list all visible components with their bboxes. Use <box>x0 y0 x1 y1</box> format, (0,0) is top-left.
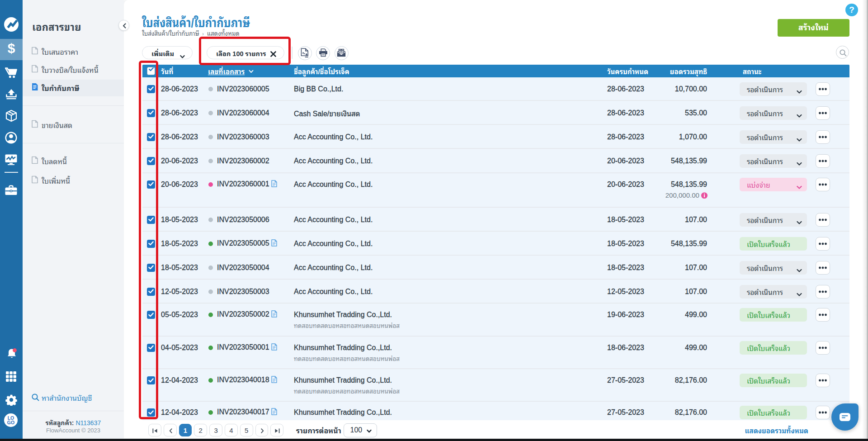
svg-text:GO: GO <box>7 420 14 425</box>
